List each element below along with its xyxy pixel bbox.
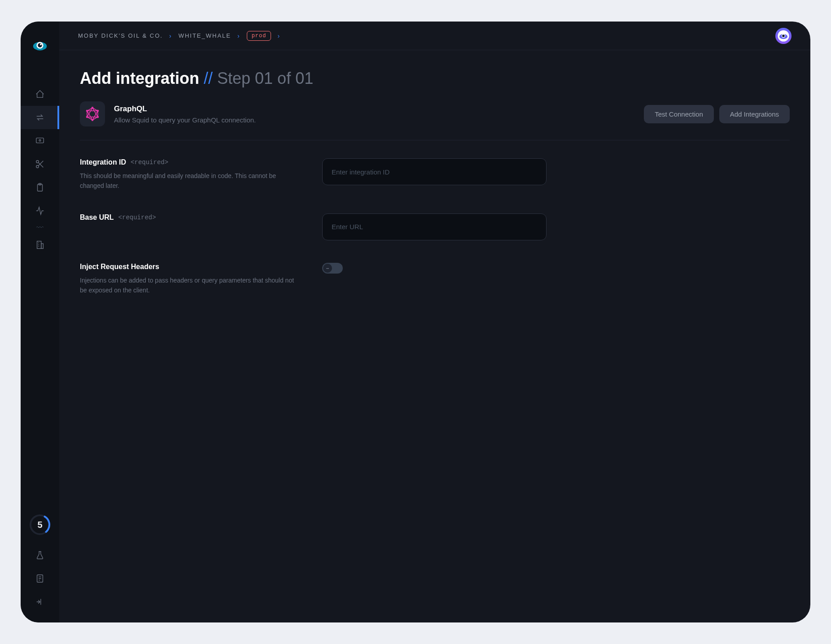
breadcrumb-org[interactable]: MOBY DICK'S OIL & CO.: [78, 32, 163, 39]
nav-lab[interactable]: [21, 544, 59, 567]
integration-info: GraphQL Allow Squid to query your GraphQ…: [80, 101, 256, 126]
nav-integrations[interactable]: [21, 106, 59, 129]
svg-point-20: [97, 110, 99, 112]
svg-point-3: [40, 44, 42, 45]
integration-name: GraphQL: [114, 104, 256, 113]
required-tag: <required>: [131, 159, 168, 166]
nav-divider: [31, 226, 49, 230]
breadcrumb-project[interactable]: WHITE_WHALE: [179, 32, 231, 39]
user-avatar[interactable]: [775, 28, 792, 44]
svg-point-18: [782, 35, 785, 37]
building-icon: [35, 240, 45, 250]
nav-primary: [21, 83, 59, 222]
chevron-right-icon: ›: [277, 32, 280, 39]
env-badge[interactable]: prod: [247, 31, 271, 41]
clipboard-icon: [35, 183, 45, 192]
required-tag: <required>: [118, 214, 156, 221]
inject-headers-toggle[interactable]: –: [322, 263, 343, 274]
flask-icon: [35, 550, 45, 560]
progress-count: 5: [37, 520, 42, 530]
swap-horizontal-icon: [35, 113, 45, 122]
nav-branches[interactable]: [21, 152, 59, 176]
test-connection-button[interactable]: Test Connection: [644, 105, 714, 123]
inject-headers-input-col: –: [322, 263, 547, 296]
integration-id-label-col: Integration ID <required> This should be…: [80, 158, 295, 191]
svg-point-22: [92, 119, 94, 121]
breadcrumb: MOBY DICK'S OIL & CO. › WHITE_WHALE › pr…: [78, 31, 280, 41]
integration-id-label-text: Integration ID: [80, 158, 126, 166]
page-title-separator: //: [204, 69, 213, 88]
svg-point-5: [39, 139, 41, 141]
form-section: Integration ID <required> This should be…: [80, 158, 790, 296]
scissors-icon: [35, 159, 45, 169]
svg-point-6: [36, 161, 39, 163]
integration-id-row: Integration ID <required> This should be…: [80, 158, 790, 191]
nav-collapse[interactable]: [21, 590, 59, 614]
integration-description: Allow Squid to query your GraphQL connec…: [114, 116, 256, 124]
integration-header: GraphQL Allow Squid to query your GraphQ…: [80, 101, 790, 140]
page-title-text: Add integration: [80, 69, 199, 88]
svg-rect-10: [37, 241, 41, 249]
document-icon: [35, 574, 45, 583]
home-icon: [35, 89, 45, 99]
svg-point-7: [36, 165, 39, 168]
nav-secondary: [21, 233, 59, 257]
monitor-icon: [35, 136, 45, 146]
avatar-eye-icon: [777, 30, 790, 42]
integration-text: GraphQL Allow Squid to query your GraphQ…: [114, 104, 256, 124]
base-url-label-text: Base URL: [80, 213, 114, 222]
nav-activity[interactable]: [21, 199, 59, 222]
toggle-knob: –: [323, 264, 332, 273]
nav-snippets[interactable]: [21, 129, 59, 152]
nav-building[interactable]: [21, 233, 59, 257]
activity-icon: [35, 206, 45, 216]
inject-headers-label: Inject Request Headers: [80, 263, 295, 271]
chevron-right-icon: ›: [169, 32, 172, 39]
svg-rect-11: [41, 244, 44, 248]
add-integrations-button[interactable]: Add Integrations: [719, 105, 790, 123]
integration-id-label: Integration ID <required>: [80, 158, 295, 166]
page-title: Add integration // Step 01 of 01: [80, 69, 790, 88]
svg-rect-4: [36, 138, 44, 143]
integration-id-input-col: [322, 158, 547, 191]
nav-home[interactable]: [21, 83, 59, 106]
base-url-row: Base URL <required>: [80, 213, 790, 240]
app-logo[interactable]: [31, 37, 48, 56]
topbar: MOBY DICK'S OIL & CO. › WHITE_WHALE › pr…: [59, 22, 810, 50]
base-url-input[interactable]: [322, 213, 547, 240]
base-url-input-col: [322, 213, 547, 240]
graphql-icon: [80, 101, 105, 126]
integration-id-input[interactable]: [322, 158, 547, 185]
svg-point-21: [97, 116, 99, 118]
inject-headers-label-text: Inject Request Headers: [80, 263, 159, 271]
chevron-right-icon: ›: [237, 32, 241, 39]
app-frame: 5 MOBY DICK'S OIL & CO. › WHITE_WHALE › …: [21, 22, 810, 622]
page-title-step: Step 01 of 01: [217, 69, 313, 88]
collapse-icon: [35, 597, 45, 607]
inject-headers-help: Injections can be added to pass headers …: [80, 275, 295, 296]
nav-docs[interactable]: [21, 567, 59, 590]
action-buttons: Test Connection Add Integrations: [644, 105, 790, 123]
eye-logo-icon: [31, 37, 48, 54]
progress-badge[interactable]: 5: [29, 514, 51, 535]
svg-point-23: [86, 116, 88, 118]
base-url-label: Base URL <required>: [80, 213, 295, 222]
page-content: Add integration // Step 01 of 01: [59, 50, 810, 337]
inject-headers-label-col: Inject Request Headers Injections can be…: [80, 263, 295, 296]
integration-id-help: This should be meaningful and easily rea…: [80, 171, 295, 191]
nav-bottom: [21, 544, 59, 622]
svg-point-19: [92, 107, 94, 109]
svg-point-24: [86, 110, 88, 112]
svg-point-2: [38, 43, 42, 48]
inject-headers-row: Inject Request Headers Injections can be…: [80, 263, 790, 296]
base-url-label-col: Base URL <required>: [80, 213, 295, 240]
nav-clipboard[interactable]: [21, 176, 59, 199]
sidebar: 5: [21, 22, 59, 622]
main-content: MOBY DICK'S OIL & CO. › WHITE_WHALE › pr…: [59, 22, 810, 622]
